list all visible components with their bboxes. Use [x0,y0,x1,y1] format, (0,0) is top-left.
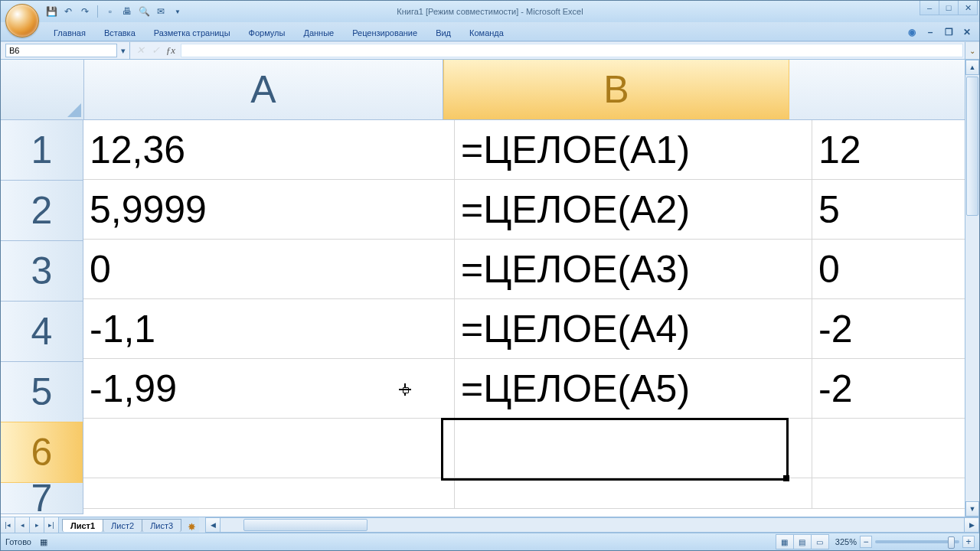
cell-c6[interactable] [812,419,979,478]
help-icon[interactable]: ◉ [904,24,920,40]
excel-window: 💾 ↶ ↷ ▫ 🖶 🔍 ✉ ▼ Книга1 [Режим совместимо… [0,0,980,551]
sheet-tab-bar: |◂ ◂ ▸ ▸| Лист1 Лист2 Лист3 ✸ ◀ ▶ [1,517,979,533]
select-all-corner[interactable] [1,60,84,119]
tab-team[interactable]: Команда [461,24,512,41]
cell-a5[interactable]: -1,99 [83,359,455,419]
scroll-right-icon[interactable]: ▶ [964,517,979,533]
new-sheet-icon[interactable]: ✸ [184,520,199,533]
column-header-b[interactable]: B [443,60,789,119]
print-preview-icon[interactable]: 🔍 [138,5,150,18]
redo-icon[interactable]: ↷ [79,5,91,18]
name-box[interactable]: B6 [5,44,117,57]
tab-review[interactable]: Рецензирование [344,24,426,41]
cell-c7[interactable] [812,478,979,509]
vscroll-track[interactable] [965,75,979,501]
cancel-formula-icon[interactable]: ✕ [133,44,147,57]
row-header-6[interactable]: 6 [1,422,83,483]
prev-sheet-icon[interactable]: ◂ [15,517,30,533]
cell-a3[interactable]: 0 [83,240,455,299]
tab-insert[interactable]: Вставка [96,24,144,41]
row-header-3[interactable]: 3 [1,241,83,302]
zoom-control: 325% − + [835,536,975,548]
maximize-button[interactable]: □ [939,1,959,15]
enter-formula-icon[interactable]: ✓ [149,44,162,57]
email-icon[interactable]: ✉ [155,5,167,18]
tab-formulas[interactable]: Формулы [240,24,294,41]
new-icon[interactable]: ▫ [104,5,116,18]
formula-input[interactable] [181,44,963,57]
page-layout-view-icon[interactable]: ▤ [793,534,812,549]
name-box-dropdown-icon[interactable]: ▾ [117,44,129,57]
column-header-a[interactable]: A [84,60,443,119]
cell-a2[interactable]: 5,9999 [83,180,455,240]
vscroll-thumb[interactable] [966,77,978,216]
first-sheet-icon[interactable]: |◂ [1,517,15,533]
row-header-1[interactable]: 1 [1,120,83,181]
cell-a4[interactable]: -1,1 [83,299,455,359]
name-box-container: B6 ▾ [1,42,130,59]
qat-dropdown-icon[interactable]: ▼ [172,5,184,18]
name-box-value: B6 [9,46,19,55]
zoom-level[interactable]: 325% [835,537,857,546]
normal-view-icon[interactable]: ▦ [776,534,794,549]
zoom-slider-knob[interactable] [948,536,955,549]
vertical-scrollbar[interactable]: ▲ ▼ [965,60,979,517]
macro-record-icon[interactable]: ▦ [38,536,50,548]
quick-print-icon[interactable]: 🖶 [121,5,133,18]
zoom-out-icon[interactable]: − [860,536,872,548]
hscroll-track[interactable] [220,517,964,533]
row-1: 12,36 =ЦЕЛОЕ(A1) 12 [83,120,979,180]
cell-b7[interactable] [455,478,812,509]
next-sheet-icon[interactable]: ▸ [30,517,44,533]
cell-a6[interactable] [83,419,455,478]
cell-b2[interactable]: =ЦЕЛОЕ(A2) [455,180,812,240]
cell-c3[interactable]: 0 [812,240,979,299]
cells-region[interactable]: 12,36 =ЦЕЛОЕ(A1) 12 5,9999 =ЦЕЛОЕ(A2) 5 … [83,120,979,517]
horizontal-scrollbar[interactable]: ◀ ▶ [205,517,979,533]
cell-c1[interactable]: 12 [812,120,979,180]
undo-icon[interactable]: ↶ [62,5,74,18]
workbook-restore-button[interactable]: ❐ [941,24,956,40]
cell-c2[interactable]: 5 [812,180,979,240]
ribbon-tabs: Главная Вставка Разметка страницы Формул… [1,22,979,41]
cell-c5[interactable]: -2 [812,359,979,419]
row-header-5[interactable]: 5 [1,362,83,422]
cell-c4[interactable]: -2 [812,299,979,359]
ribbon-minimize-button[interactable]: – [923,24,938,40]
zoom-in-icon[interactable]: + [962,536,975,548]
sheet-tab-2[interactable]: Лист2 [103,519,142,532]
page-break-view-icon[interactable]: ▭ [811,534,829,549]
tab-home[interactable]: Главная [45,24,94,41]
sheet-tab-3[interactable]: Лист3 [142,519,181,532]
hscroll-thumb[interactable] [243,519,368,531]
scroll-left-icon[interactable]: ◀ [205,517,220,533]
fx-icon[interactable]: ƒx [164,44,178,57]
cell-b3[interactable]: =ЦЕЛОЕ(A3) [455,240,812,299]
column-header-c[interactable] [789,60,979,119]
office-button[interactable] [5,4,39,37]
tab-view[interactable]: Вид [427,24,459,41]
tab-data[interactable]: Данные [295,24,342,41]
row-header-7[interactable]: 7 [1,483,83,514]
scroll-up-icon[interactable]: ▲ [965,60,979,75]
cell-b5[interactable]: =ЦЕЛОЕ(A5) [455,359,812,419]
tab-page-layout[interactable]: Разметка страницы [145,24,239,41]
row-header-4[interactable]: 4 [1,302,83,362]
workbook-close-button[interactable]: ✕ [959,24,975,40]
row-4: -1,1 =ЦЕЛОЕ(A4) -2 [83,299,979,359]
row-header-2[interactable]: 2 [1,181,83,241]
zoom-slider[interactable] [875,540,959,543]
save-icon[interactable]: 💾 [45,5,57,18]
close-button[interactable]: ✕ [958,1,978,15]
scroll-down-icon[interactable]: ▼ [965,501,979,517]
minimize-button[interactable]: – [920,1,939,15]
cell-a1[interactable]: 12,36 [83,120,455,180]
last-sheet-icon[interactable]: ▸| [44,517,59,533]
sheet-tab-1[interactable]: Лист1 [62,519,103,532]
cell-b1[interactable]: =ЦЕЛОЕ(A1) [455,120,812,180]
formula-bar-expand-icon[interactable]: ⌄ [965,42,979,59]
cell-a7[interactable] [83,478,455,509]
cell-b6[interactable] [455,419,812,478]
cell-b4[interactable]: =ЦЕЛОЕ(A4) [455,299,812,359]
window-controls: – □ ✕ [920,1,978,15]
